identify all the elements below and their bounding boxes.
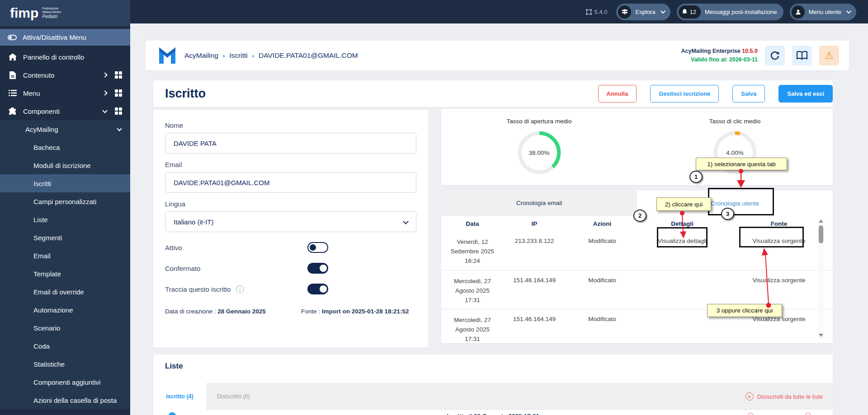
messages-label: Messaggi post-installazione [705,9,777,15]
refresh-license-button[interactable] [765,46,785,65]
explore-menu-button[interactable]: Esplora [616,4,670,20]
breadcrumb-separator: › [223,52,225,59]
cancel-button[interactable]: Annulla [598,85,637,103]
breadcrumb-acymailing-link[interactable]: AcyMailing [184,51,218,60]
email-label: Email [165,161,416,168]
sidebar-menu: Pannello di controllo Contenuto Menu Com… [0,48,130,409]
info-icon[interactable]: i [236,285,244,293]
sidebar-item-scenario[interactable]: Scenario [0,319,130,337]
tab-cronologia-email[interactable]: Cronologia email [441,191,637,216]
toggle-menu-label: Attiva/Disattiva Menu [23,33,86,41]
sidebar-item-componenti[interactable]: Componenti [0,102,130,120]
col-azioni: Azioni [565,216,639,231]
sidebar-item-iscritti[interactable]: Iscritti [0,174,130,192]
chevron-down-icon [403,219,409,224]
sidebar-item-azioni-casella-di-posta[interactable]: Azioni della casella di posta [0,391,130,409]
list-item: Iscritto il 28 Gennaio 2025 17:31 [153,410,833,415]
chevron-down-icon [660,9,665,14]
sidebar-item-menu[interactable]: Menu [0,84,130,102]
sidebar-item-automazione[interactable]: Automazione [0,301,130,319]
license-info: AcyMailing Enterprise 10.5.0 Valido fino… [681,47,758,64]
save-button[interactable]: Salva [732,85,765,103]
annotation-number-3: 3 [721,208,734,220]
highlight-rect-visualizza-dettagli [657,227,708,247]
sidebar-item-componenti-aggiuntivi[interactable]: Componenti aggiuntivi [0,373,130,391]
track-toggle[interactable] [307,284,328,294]
acymailing-logo [157,47,177,65]
refresh-icon [769,50,780,61]
save-and-exit-button[interactable]: Salva ed esci [778,85,833,103]
name-label: Nome [165,121,416,129]
page-header: Iscritto Annulla Gestisci iscrizione Sal… [153,80,833,107]
annotation-step2: 2) cliccare qui [656,197,711,211]
email-field[interactable] [165,172,416,193]
breadcrumb-iscritti-link[interactable]: Iscritti [229,51,247,60]
warning-icon: ⚠ [825,50,834,61]
breadcrumb-separator: › [252,52,254,59]
source-value: Import on 2025-01-28 18:21:52 [322,308,409,315]
grid-icon[interactable] [115,89,122,97]
lists-card: Liste Iscritto (4) Disiscritto (0) ✕ Dis… [153,354,833,415]
highlight-rect-cronologia-utente [708,188,774,215]
col-data: Data [441,216,504,231]
home-icon [8,53,18,61]
signpost-icon [618,5,631,19]
sidebar-item-acymailing[interactable]: AcyMailing [0,120,130,138]
col-ip: IP [504,216,565,231]
grid-icon[interactable] [115,107,122,115]
admin-topbar: 5.4.0 Esplora 12 Messaggi post-installaz… [0,0,868,23]
click-rate-stat: Tasso di clic medio 4.00% [637,109,833,185]
toggle-menu-button[interactable]: Attiva/Disattiva Menu [0,29,130,46]
page-title: Iscritto [165,87,206,101]
components-submenu: AcyMailing Bacheca Moduli di iscrizione … [0,120,130,409]
user-menu-button[interactable]: Menu utente [790,4,856,20]
puzzle-icon [8,107,18,115]
chevron-down-icon [846,9,851,14]
sidebar-item-coda[interactable]: Coda [0,337,130,355]
post-installation-messages-button[interactable]: 12 Messaggi post-installazione [677,4,783,20]
sidebar-item-email[interactable]: Email [0,247,130,265]
view-source-link[interactable]: Visualizza sorgente [725,270,833,287]
documentation-button[interactable] [792,46,812,65]
joomla-version: 5.4.0 [585,9,608,15]
sidebar-item-moduli-di-iscrizione[interactable]: Moduli di iscrizione [0,156,130,174]
sidebar-item-bacheca[interactable]: Bacheca [0,138,130,156]
license-version: 10.5.0 [742,48,758,54]
manage-subscription-button[interactable]: Gestisci iscrizione [650,85,719,103]
scrollbar-thumb[interactable] [819,225,823,243]
subscriber-stats-card: Tasso di apertura medio 38.00% Tasso di … [441,109,833,185]
active-toggle[interactable] [307,242,328,253]
sidebar-item-segmenti[interactable]: Segmenti [0,228,130,247]
document-icon [8,71,18,79]
warning-button[interactable]: ⚠ [819,46,839,65]
language-label: Lingua [165,200,416,208]
unsubscribe-all-link[interactable]: ✕ Disiscriviti da tutte le liste [745,392,823,401]
scroll-down-arrow[interactable] [819,334,823,337]
annotation-number-2: 2 [633,210,646,222]
grid-icon[interactable] [115,71,122,79]
confirmed-toggle[interactable] [307,263,328,274]
language-select[interactable]: Italiano (it-IT) [165,211,416,232]
highlight-rect-visualizza-sorgente [739,227,804,247]
list-icon [8,90,18,96]
sidebar-item-pannello-di-controllo[interactable]: Pannello di controllo [0,48,130,66]
name-field[interactable] [165,133,416,154]
sidebar-item-email-di-override[interactable]: Email di override [0,283,130,301]
creation-date-value: 28 Gennaio 2025 [217,308,266,315]
scroll-up-arrow[interactable] [819,219,823,223]
tab-disiscritto[interactable]: Disiscritto (0) [217,393,250,400]
sidebar-item-liste[interactable]: Liste [0,210,130,228]
chevron-right-icon [102,90,107,95]
bell-icon [682,9,688,15]
tab-iscritto[interactable]: Iscritto (4) [153,383,206,410]
sidebar-item-campi-personalizzati[interactable]: Campi personalizzati [0,192,130,210]
sidebar-item-statistiche[interactable]: Statistiche [0,355,130,373]
language-selected-value: Italiano (it-IT) [174,218,213,226]
messages-count-badge: 12 [679,5,701,19]
sidebar-item-contenuto[interactable]: Contenuto [0,66,130,84]
fimp-logo-text: fimp [10,6,38,20]
history-scrollbar[interactable] [818,218,825,339]
license-validity: Valido fino al: 2026-03-11 [681,56,758,64]
sidebar-item-template[interactable]: Template [0,265,130,283]
subscriber-meta: Data di creazione : 28 Gennaio 2025 Font… [165,308,416,315]
